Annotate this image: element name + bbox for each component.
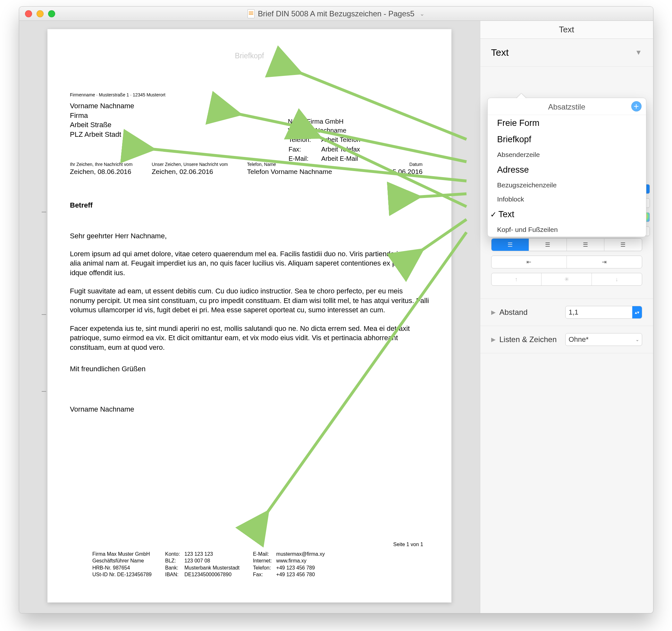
indent-segment[interactable]: ⇤ ⇥ (491, 256, 642, 269)
svg-line-5 (420, 220, 466, 251)
paragraph-style-item[interactable]: Infoblock (488, 192, 646, 206)
zoom-button[interactable] (48, 10, 55, 17)
paragraph-style-item[interactable]: Absenderzeile (488, 148, 646, 162)
valign-middle-button: ✳ (542, 273, 592, 285)
outdent-button[interactable]: ⇤ (491, 256, 567, 268)
window-title: Brief DIN 5008 A mit Bezugszeichen - Pag… (258, 9, 414, 18)
popover-title: Absatzstile (548, 102, 585, 111)
align-justify-button[interactable]: ☰ (604, 238, 642, 251)
chevron-down-icon[interactable]: ⌄ (420, 10, 425, 17)
minimize-button[interactable] (37, 10, 44, 17)
paragraph-style-item[interactable]: Adresse (488, 162, 646, 178)
inspector-tab-text[interactable]: Text (480, 21, 653, 39)
lists-select[interactable]: Ohne* ⌄ (565, 333, 642, 346)
paragraph-style-item[interactable]: Text (488, 206, 646, 223)
document-icon (247, 9, 255, 18)
add-style-button[interactable]: + (631, 101, 642, 111)
chevron-down-icon[interactable]: ▼ (635, 48, 642, 57)
svg-line-2 (151, 149, 466, 181)
traffic-lights (25, 10, 55, 17)
spacing-label: Abstand (500, 308, 565, 317)
svg-line-0 (298, 72, 466, 139)
current-style-label: Text (491, 47, 509, 58)
align-left-button[interactable]: ☰ (491, 238, 529, 251)
valign-bottom-button: ↓ (592, 273, 642, 285)
close-button[interactable] (25, 10, 32, 17)
spacing-select[interactable]: 1,1 ▴▾ (565, 306, 642, 319)
annotation-arrows (19, 21, 471, 610)
app-window: Brief DIN 5008 A mit Bezugszeichen - Pag… (19, 6, 653, 613)
spacing-row[interactable]: ▶ Abstand 1,1 ▴▾ (480, 299, 653, 326)
paragraph-style-item[interactable]: Kopf- und Fußzeilen (488, 223, 646, 237)
paragraph-style-item[interactable]: Bezugszeichenzeile (488, 178, 646, 192)
vertical-align-segment: ↑ ✳ ↓ (491, 273, 642, 286)
indent-button[interactable]: ⇥ (567, 256, 642, 268)
paragraph-style-item[interactable]: Briefkopf (488, 131, 646, 148)
lists-row[interactable]: ▶ Listen & Zeichen Ohne* ⌄ (480, 326, 653, 353)
spacing-value: 1,1 (569, 308, 579, 317)
svg-line-1 (237, 114, 466, 162)
svg-line-6 (266, 232, 466, 514)
paragraph-style-item[interactable]: Freie Form (488, 115, 646, 131)
align-right-button[interactable]: ☰ (567, 238, 605, 251)
paragraph-style-row[interactable]: Text ▼ (480, 39, 653, 67)
lists-value: Ohne* (569, 335, 589, 344)
paragraph-styles-popover[interactable]: Absatzstile + Freie FormBriefkopfAbsende… (487, 98, 646, 237)
inspector-panel: Text Text ▼ Ausrichtung ☰ ☰ ☰ ☰ ⇤ ⇥ (480, 21, 653, 613)
disclosure-triangle-icon[interactable]: ▶ (491, 336, 496, 343)
document-area[interactable]: Briefkopf Firmenname · Musterstraße 1 · … (19, 21, 480, 613)
lists-label: Listen & Zeichen (500, 335, 565, 344)
disclosure-triangle-icon[interactable]: ▶ (491, 309, 496, 316)
valign-top-button: ↑ (491, 273, 542, 285)
align-center-button[interactable]: ☰ (529, 238, 567, 251)
horizontal-align-segment[interactable]: ☰ ☰ ☰ ☰ (491, 238, 642, 251)
titlebar: Brief DIN 5008 A mit Bezugszeichen - Pag… (19, 7, 653, 21)
